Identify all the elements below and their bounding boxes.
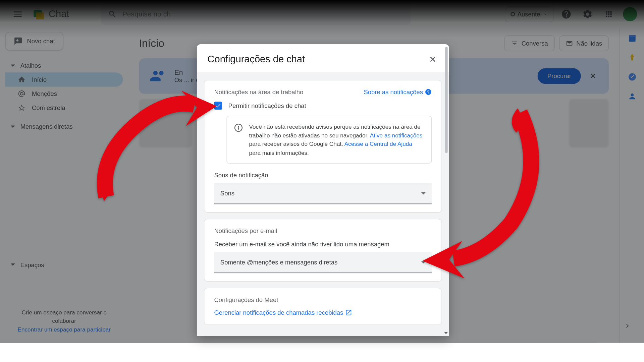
email-frequency-dropdown[interactable]: Somente @menções e mensagens diretas	[214, 252, 432, 273]
info-banner: Você não está recebendo avisos porque as…	[226, 116, 432, 164]
section-title: Configurações do Meet	[214, 296, 432, 303]
allow-notifications-checkbox[interactable]	[214, 102, 222, 110]
meet-notifications-link[interactable]: Gerenciar notificações de chamadas receb…	[214, 309, 352, 316]
chevron-down-icon	[421, 192, 426, 194]
about-notifications-link[interactable]: Sobre as notificações ?	[364, 88, 432, 96]
sounds-label: Sons de notificação	[214, 172, 432, 179]
svg-point-10	[238, 126, 239, 127]
chevron-down-icon	[421, 261, 426, 263]
svg-text:?: ?	[427, 90, 430, 95]
svg-rect-11	[238, 127, 239, 130]
help-circle-icon: ?	[425, 88, 432, 96]
enable-notifications-link[interactable]: Ative as notificações	[370, 132, 422, 139]
desktop-notifications-card: Notificações na área de trabalho Sobre a…	[204, 80, 442, 213]
settings-modal: Configurações de chat ✕ Notificações na …	[197, 44, 449, 336]
modal-close-button[interactable]: ✕	[427, 52, 438, 66]
sounds-dropdown[interactable]: Sons	[214, 183, 432, 204]
section-title: Notificações por e-mail	[214, 227, 432, 234]
checkmark-icon	[215, 103, 221, 109]
email-notifications-card: Notificações por e-mail Receber um e-mai…	[204, 219, 442, 282]
scroll-down-icon	[444, 332, 448, 335]
help-center-link[interactable]: Acesse a Central de Ajuda	[344, 140, 412, 147]
checkbox-label: Permitir notificações de chat	[228, 102, 306, 109]
modal-title: Configurações de chat	[208, 54, 305, 65]
info-icon	[234, 123, 243, 132]
external-link-icon	[345, 309, 352, 316]
meet-settings-card: Configurações do Meet Gerenciar notifica…	[204, 288, 442, 325]
section-title: Notificações na área de trabalho	[214, 88, 303, 96]
scrollbar[interactable]	[445, 47, 448, 153]
email-description: Receber um e-mail se você ainda não tive…	[214, 241, 432, 248]
